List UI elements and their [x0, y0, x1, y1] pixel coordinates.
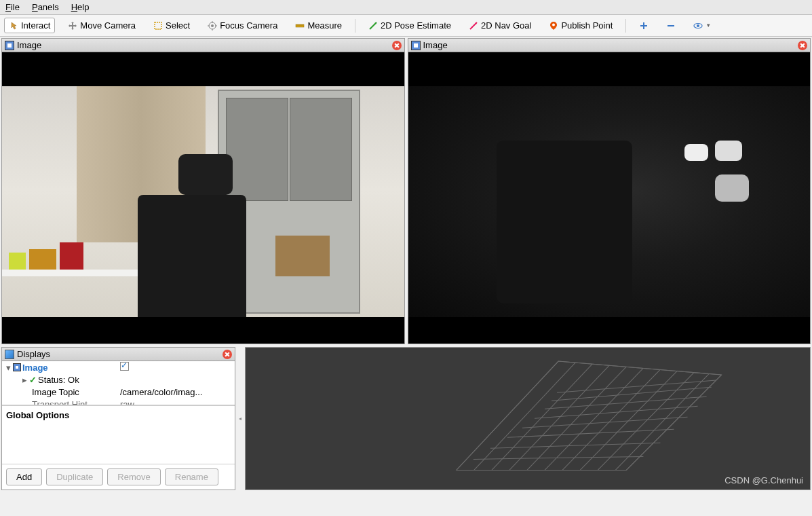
depth-image-view[interactable] [408, 52, 811, 344]
remove-button[interactable]: Remove [107, 468, 160, 485]
expand-icon[interactable]: ▸ [21, 375, 28, 385]
displays-tree: ▾ Image ▸ ✓ Status: Ok Image Topic /came [2, 361, 235, 405]
menu-help[interactable]: Help [71, 2, 90, 12]
move-camera-button[interactable]: Move Camera [63, 18, 140, 33]
transport-value[interactable]: raw [117, 399, 235, 406]
view-menu-button[interactable]: ▼ [689, 18, 716, 33]
select-button[interactable]: Select [149, 18, 195, 33]
svg-point-6 [697, 24, 699, 27]
svg-point-2 [211, 24, 214, 27]
nav-goal-label: 2D Nav Goal [481, 20, 531, 31]
image-panels-row: Image Image [0, 37, 812, 346]
add-tool-button[interactable] [634, 18, 653, 33]
description-title: Global Options [6, 410, 231, 420]
move-camera-icon [68, 21, 77, 31]
displays-icon [5, 350, 14, 359]
interact-label: Interact [21, 20, 50, 31]
left-image-panel-header[interactable]: Image [2, 39, 404, 52]
right-image-title: Image [423, 40, 796, 50]
measure-button[interactable]: Measure [290, 18, 347, 33]
publish-point-label: Publish Point [561, 20, 613, 31]
tree-item-status[interactable]: ▸ ✓ Status: Ok [2, 373, 235, 386]
bottom-row: Displays ▾ Image ▸ ✓ Status: Ok [0, 346, 812, 492]
displays-buttons: Add Duplicate Remove Rename [2, 464, 235, 490]
tree-item-topic[interactable]: Image Topic /camera/color/imag... [2, 386, 235, 398]
plus-icon [639, 21, 649, 31]
tree-item-transport[interactable]: Transport Hint raw [2, 398, 235, 405]
svg-rect-0 [155, 22, 161, 29]
publish-point-button[interactable]: Publish Point [544, 18, 617, 33]
interact-button[interactable]: Interact [4, 18, 55, 33]
pose-estimate-button[interactable]: 2D Pose Estimate [364, 18, 456, 33]
topic-value[interactable]: /camera/color/imag... [117, 387, 235, 397]
select-icon [153, 21, 163, 31]
measure-icon [295, 21, 305, 31]
splitter-handle[interactable]: ◂ [238, 347, 242, 490]
status-ok-icon: ✓ [29, 375, 37, 385]
rename-button[interactable]: Rename [165, 468, 218, 485]
left-image-panel: Image [1, 38, 405, 344]
status-label: Status: Ok [38, 375, 79, 385]
image-display-icon [13, 363, 21, 371]
description-box: Global Options [2, 405, 235, 464]
displays-title: Displays [17, 349, 220, 359]
toolbar-separator-2 [625, 19, 626, 33]
add-button[interactable]: Add [6, 468, 42, 485]
toolbar: Interact Move Camera Select Focus Camera… [0, 15, 812, 37]
nav-goal-icon [469, 21, 478, 31]
focus-camera-button[interactable]: Focus Camera [203, 18, 282, 33]
transport-label: Transport Hint [32, 399, 88, 406]
close-icon[interactable] [798, 41, 807, 50]
image-panel-icon [5, 41, 14, 50]
right-image-panel: Image [408, 38, 811, 344]
publish-point-icon [549, 21, 558, 31]
menu-file[interactable]: File [5, 2, 20, 12]
select-label: Select [166, 20, 190, 31]
right-image-panel-header[interactable]: Image [408, 39, 811, 52]
interact-icon [9, 21, 18, 31]
toolbar-separator [355, 19, 355, 33]
menu-panels[interactable]: Panels [32, 2, 59, 12]
duplicate-button[interactable]: Duplicate [46, 468, 103, 485]
image-enabled-checkbox[interactable] [120, 362, 129, 371]
image-display-label: Image [22, 363, 48, 373]
focus-camera-label: Focus Camera [220, 20, 277, 31]
focus-camera-icon [208, 21, 217, 31]
3d-viewport[interactable]: CSDN @G.Chenhui [245, 347, 811, 490]
eye-icon [693, 21, 703, 31]
move-camera-label: Move Camera [80, 20, 136, 31]
collapse-icon[interactable]: ▾ [5, 363, 12, 373]
topic-label: Image Topic [32, 387, 79, 397]
close-icon[interactable] [392, 41, 402, 50]
tree-item-image[interactable]: ▾ Image [2, 361, 235, 373]
displays-panel-header[interactable]: Displays [2, 348, 235, 361]
nav-goal-button[interactable]: 2D Nav Goal [464, 18, 536, 33]
measure-label: Measure [307, 20, 342, 31]
svg-point-4 [552, 23, 555, 26]
minus-icon [666, 21, 676, 31]
displays-panel: Displays ▾ Image ▸ ✓ Status: Ok [1, 347, 235, 490]
pose-estimate-icon [368, 21, 378, 31]
pose-estimate-label: 2D Pose Estimate [381, 20, 451, 31]
menubar: File Panels Help [0, 0, 812, 15]
image-panel-icon [411, 41, 421, 50]
left-image-title: Image [17, 40, 389, 50]
close-icon[interactable] [223, 350, 232, 359]
remove-tool-button[interactable] [661, 18, 680, 33]
rgb-image-view[interactable] [2, 52, 404, 344]
grid-plane [246, 348, 810, 491]
